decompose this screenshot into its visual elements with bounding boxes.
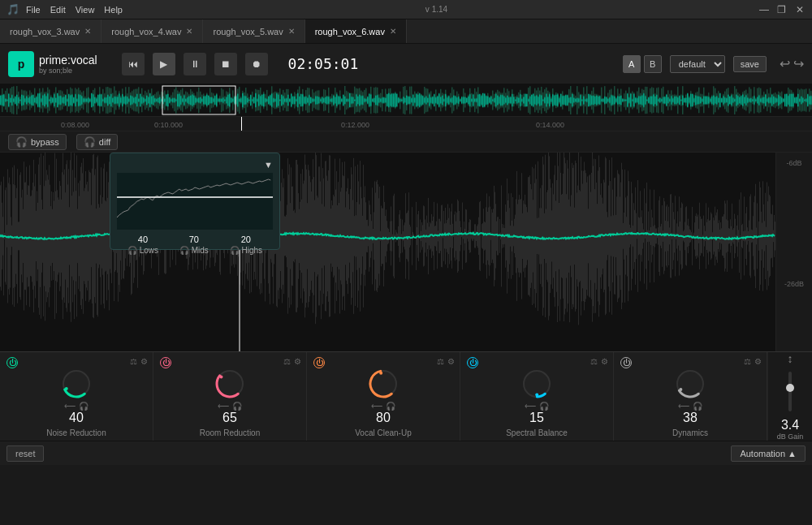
undo-button[interactable]: ↩ — [780, 56, 790, 71]
timeline-ruler: 0:08.000 0:10.000 0:12.000 0:14.000 — [0, 117, 812, 131]
redo-button[interactable]: ↪ — [793, 56, 804, 71]
power-vocal-cleanup[interactable]: ⏻ — [313, 357, 325, 368]
small-icons-spectral-balance: ⟵ 🎧 — [525, 402, 549, 411]
label-spectral-balance: Spectral Balance — [506, 428, 568, 437]
playhead-line — [241, 117, 242, 131]
tab-3[interactable]: rough_vox_6.wav ✕ — [305, 19, 407, 43]
eq-icon-room-reduction[interactable]: ⚖ — [283, 357, 291, 366]
main-waveform-area[interactable]: ▼ 40 🎧 Lows 70 🎧 Mids 20 🎧 Highs -6dB -2… — [0, 153, 812, 351]
label-room-reduction: Room Reduction — [200, 428, 260, 437]
value-spectral-balance: 15 — [529, 411, 544, 425]
headphone-icon-dynamics: 🎧 — [693, 402, 702, 411]
ab-b-button[interactable]: B — [644, 55, 662, 73]
maximize-button[interactable]: ❐ — [776, 4, 788, 15]
reset-button[interactable]: reset — [6, 445, 44, 462]
minimize-button[interactable]: — — [758, 4, 770, 15]
highs-label: 🎧 Highs — [230, 246, 262, 255]
tab-1[interactable]: rough_vox_4.wav ✕ — [102, 19, 203, 43]
ab-a-button[interactable]: A — [623, 55, 641, 73]
bypass-button[interactable]: 🎧 bypass — [8, 134, 67, 150]
logo-icon: p — [8, 51, 34, 77]
mids-value: 70 — [189, 235, 199, 244]
window-controls: — ❐ ✕ — [758, 4, 806, 15]
action-bar: reset Automation ▲ — [0, 441, 812, 465]
eq-icon-dynamics[interactable]: ⚖ — [744, 357, 751, 366]
eq-icon-noise-reduction[interactable]: ⚖ — [130, 357, 137, 366]
small-icons-vocal-cleanup: ⟵ 🎧 — [371, 402, 395, 411]
headphone-icon-room-reduction: 🎧 — [232, 402, 242, 411]
gain-slider[interactable] — [788, 372, 792, 411]
preset-select[interactable]: default — [670, 55, 725, 73]
stop-button[interactable]: ⏹ — [214, 53, 237, 75]
bypass-label: bypass — [31, 137, 59, 147]
power-noise-reduction[interactable]: ⏻ — [6, 357, 18, 368]
knob-vocal-cleanup[interactable] — [365, 366, 401, 402]
settings-icon-noise-reduction[interactable]: ⚙ — [140, 357, 148, 366]
tab-close-1[interactable]: ✕ — [186, 27, 192, 36]
overview-waveform[interactable] — [0, 84, 812, 117]
lows-label: 🎧 Lows — [127, 246, 158, 255]
close-button[interactable]: ✕ — [794, 4, 806, 15]
svg-point-1 — [65, 387, 68, 390]
input-icon-room-reduction: ⟵ — [218, 402, 229, 411]
input-icon-dynamics: ⟵ — [678, 402, 689, 411]
menu-help[interactable]: Help — [104, 5, 123, 15]
logo-text-group: prime:vocal by son;ble — [39, 54, 97, 75]
settings-icon-spectral-balance[interactable]: ⚙ — [601, 357, 608, 366]
module-icons-vocal-cleanup: ⚖ ⚙ — [437, 357, 455, 366]
label-vocal-cleanup: Vocal Clean-Up — [355, 428, 411, 437]
svg-point-9 — [679, 388, 682, 391]
popup-bands: 40 🎧 Lows 70 🎧 Mids 20 🎧 Highs — [117, 235, 273, 255]
menu-edit[interactable]: Edit — [50, 5, 66, 15]
pause-button[interactable]: ⏸ — [184, 53, 206, 75]
module-icons-room-reduction: ⚖ ⚙ — [283, 357, 301, 366]
knob-noise-reduction[interactable] — [58, 366, 94, 402]
popup-band-lows: 40 🎧 Lows — [127, 235, 158, 255]
popup-arrow[interactable]: ▼ — [264, 160, 273, 170]
input-icon-vocal-cleanup: ⟵ — [371, 402, 382, 411]
time-marker-3: 0:14.000 — [536, 121, 564, 129]
eq-icon-vocal-cleanup[interactable]: ⚖ — [437, 357, 444, 366]
ab-group: A B — [623, 55, 662, 73]
power-dynamics[interactable]: ⏻ — [620, 357, 632, 368]
noise-canvas — [117, 173, 273, 230]
value-noise-reduction: 40 — [69, 411, 84, 425]
undo-redo: ↩ ↪ — [780, 56, 804, 71]
value-vocal-cleanup: 80 — [376, 411, 391, 425]
eq-icon-spectral-balance[interactable]: ⚖ — [590, 357, 598, 366]
knob-dynamics[interactable] — [672, 366, 708, 402]
power-room-reduction[interactable]: ⏻ — [160, 357, 171, 368]
loop-button[interactable]: ⏺ — [245, 53, 268, 75]
knob-room-reduction[interactable] — [212, 366, 248, 402]
knob-spectral-balance[interactable] — [519, 366, 555, 402]
module-icons-noise-reduction: ⚖ ⚙ — [130, 357, 148, 366]
logo: p prime:vocal by son;ble — [8, 51, 97, 77]
save-button[interactable]: save — [733, 56, 767, 72]
module-icons-dynamics: ⚖ ⚙ — [744, 357, 762, 366]
db-gain-value: 3.4 — [777, 418, 804, 432]
time-display: 02:05:01 — [276, 55, 371, 72]
diff-button[interactable]: 🎧 diff — [76, 134, 118, 150]
input-icon-noise-reduction: ⟵ — [64, 402, 76, 411]
skip-back-button[interactable]: ⏮ — [122, 53, 145, 75]
logo-text: prime:vocal — [39, 54, 97, 67]
popup-band-highs: 20 🎧 Highs — [230, 235, 262, 255]
tab-close-3[interactable]: ✕ — [390, 27, 396, 36]
tab-0[interactable]: rough_vox_3.wav ✕ — [0, 19, 102, 43]
settings-icon-dynamics[interactable]: ⚙ — [754, 357, 762, 366]
tab-close-0[interactable]: ✕ — [84, 27, 91, 36]
module-vocal-cleanup: ⏻ ⚖ ⚙ ⟵ 🎧 80Vocal Clean-Up — [307, 352, 460, 441]
bypass-bar: 🎧 bypass 🎧 diff — [0, 131, 812, 153]
menu-file[interactable]: File — [26, 5, 41, 15]
tab-2[interactable]: rough_vox_5.wav ✕ — [203, 19, 304, 43]
play-button[interactable]: ▶ — [153, 53, 175, 75]
settings-icon-room-reduction[interactable]: ⚙ — [294, 357, 301, 366]
power-spectral-balance[interactable]: ⏻ — [467, 357, 478, 368]
tab-close-2[interactable]: ✕ — [288, 27, 295, 36]
label-noise-reduction: Noise Reduction — [46, 428, 106, 437]
time-marker-2: 0:12.000 — [341, 121, 369, 129]
menu-view[interactable]: View — [76, 5, 95, 15]
automation-button[interactable]: Automation ▲ — [731, 445, 806, 462]
settings-icon-vocal-cleanup[interactable]: ⚙ — [447, 357, 455, 366]
tab-bar: rough_vox_3.wav ✕ rough_vox_4.wav ✕ roug… — [0, 19, 812, 44]
